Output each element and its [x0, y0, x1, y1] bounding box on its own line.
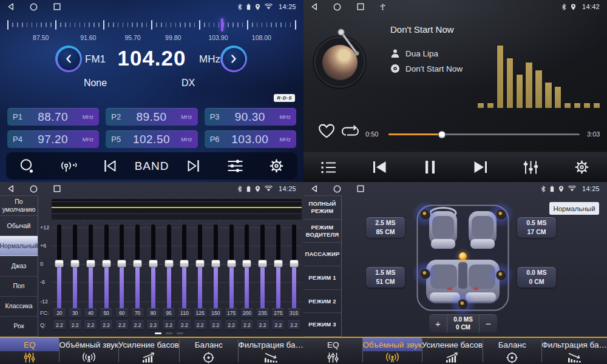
page-dash[interactable]	[177, 332, 183, 334]
slider-knob[interactable]	[290, 260, 299, 268]
page-dash[interactable]	[155, 332, 161, 334]
tab-bass-boost[interactable]: Усиление басов	[422, 338, 483, 364]
preset-button-p4[interactable]: P497.20MHz	[7, 130, 99, 148]
tab-bass-boost[interactable]: Усиление басов	[118, 338, 179, 364]
pause-button[interactable]	[405, 160, 455, 174]
home-button[interactable]	[333, 185, 341, 193]
eq-band-slider[interactable]	[286, 224, 302, 309]
back-button[interactable]	[311, 185, 317, 192]
preset-button-p1[interactable]: P188.70MHz	[7, 108, 99, 126]
slider-knob[interactable]	[211, 260, 220, 268]
eq-band-slider[interactable]	[239, 224, 255, 309]
eq-band-slider[interactable]	[130, 224, 146, 309]
back-button[interactable]	[7, 185, 14, 192]
tab-balance[interactable]: Баланс	[179, 338, 238, 364]
preset-button-p6[interactable]: P6103.00MHz	[205, 130, 296, 148]
home-button[interactable]	[30, 185, 38, 193]
tab-eq[interactable]: EQ	[0, 338, 59, 364]
eq-preset-item-7[interactable]: Рок	[0, 317, 38, 337]
eq-band-slider[interactable]	[83, 224, 99, 309]
recents-button[interactable]	[357, 185, 364, 192]
slider-knob[interactable]	[164, 260, 174, 268]
eq-band-slider[interactable]	[161, 224, 177, 309]
tab-balance[interactable]: Баланс	[483, 338, 541, 364]
mixer-button[interactable]	[506, 160, 556, 175]
profile-button[interactable]: Нормальный	[549, 202, 599, 215]
home-button[interactable]	[30, 3, 38, 11]
slider-knob[interactable]	[86, 260, 95, 268]
recents-button[interactable]	[53, 185, 61, 192]
delay-rear-left-button[interactable]: 1.5 MS 51 CM	[366, 267, 405, 288]
settings-button[interactable]	[256, 159, 297, 173]
tune-up-button[interactable]	[220, 46, 247, 72]
page-dash[interactable]	[166, 332, 172, 334]
band-button[interactable]: BAND	[131, 160, 173, 173]
eq-band-slider[interactable]	[114, 224, 130, 309]
tab-surround-sound[interactable]: Объёмный звук	[362, 338, 421, 364]
eq-band-slider[interactable]	[223, 224, 239, 309]
eq-band-slider[interactable]	[192, 224, 208, 309]
slider-knob[interactable]	[274, 260, 283, 268]
back-button[interactable]	[7, 3, 14, 10]
previous-station-button[interactable]	[89, 159, 131, 173]
recents-button[interactable]	[357, 3, 364, 10]
playlist-button[interactable]	[304, 161, 354, 174]
eq-preset-item-3[interactable]: Нормальный	[0, 236, 38, 256]
eq-band-slider[interactable]	[146, 224, 161, 309]
eq-preset-item-4[interactable]: Джаз	[0, 256, 38, 276]
eq-band-slider[interactable]	[177, 224, 192, 309]
surround-mode-item-2[interactable]: РЕЖИМ ВОДИТЕЛЯ	[304, 220, 341, 243]
surround-mode-item-6[interactable]: РЕЖИМ 3	[304, 313, 341, 337]
radio-dial[interactable]	[7, 18, 296, 32]
slider-knob[interactable]	[55, 260, 64, 268]
slider-knob[interactable]	[195, 260, 205, 268]
eq-band-slider[interactable]	[208, 224, 224, 309]
tune-settings-button[interactable]	[214, 158, 256, 174]
preset-button-p2[interactable]: P289.50MHz	[106, 108, 197, 126]
slider-knob[interactable]	[242, 260, 251, 268]
eq-preset-item-5[interactable]: Поп	[0, 277, 38, 297]
progress-knob[interactable]	[438, 130, 446, 138]
delay-front-left-button[interactable]: 2.5 MS 85 CM	[366, 217, 405, 238]
next-station-button[interactable]	[172, 159, 214, 173]
settings-button[interactable]	[557, 160, 607, 174]
surround-mode-item-1[interactable]: ПОЛНЫЙ РЕЖИМ	[304, 196, 341, 220]
tab-surround-sound[interactable]: Объёмный звук	[59, 338, 118, 364]
delay-plus-button[interactable]: +	[429, 314, 447, 332]
favorite-button[interactable]	[318, 123, 335, 138]
tab-filter[interactable]: Фильтрация ба…	[541, 338, 607, 364]
tab-filter[interactable]: Фильтрация ба…	[238, 338, 304, 364]
home-button[interactable]	[333, 3, 341, 11]
delay-minus-button[interactable]: −	[480, 314, 497, 332]
tune-down-button[interactable]	[55, 46, 82, 72]
slider-knob[interactable]	[102, 260, 111, 268]
slider-knob[interactable]	[258, 260, 267, 268]
eq-band-slider[interactable]	[255, 224, 271, 309]
surround-mode-item-5[interactable]: РЕЖИМ 2	[304, 290, 341, 314]
delay-front-right-button[interactable]: 0.5 MS 17 CM	[517, 217, 556, 238]
broadcast-button[interactable]	[48, 159, 90, 174]
slider-knob[interactable]	[149, 260, 158, 268]
eq-preset-item-2[interactable]: Обычай	[0, 216, 38, 236]
recents-button[interactable]	[53, 3, 61, 10]
tab-eq[interactable]: EQ	[304, 338, 362, 364]
slider-knob[interactable]	[133, 260, 142, 268]
slider-knob[interactable]	[70, 260, 80, 268]
eq-band-slider[interactable]	[271, 224, 287, 309]
progress-bar[interactable]	[388, 133, 580, 135]
delay-rear-right-button[interactable]: 0.0 MS 0 CM	[517, 267, 556, 288]
slider-knob[interactable]	[117, 260, 126, 268]
back-button[interactable]	[311, 3, 317, 10]
preset-button-p3[interactable]: P390.30MHz	[205, 108, 296, 126]
surround-mode-item-3[interactable]: ПАССАЖИР	[304, 243, 341, 266]
next-track-button[interactable]	[455, 160, 506, 174]
eq-preset-item-1[interactable]: По умолчанию	[0, 196, 38, 216]
eq-band-slider[interactable]	[98, 224, 114, 309]
slider-knob[interactable]	[180, 260, 189, 268]
scan-button[interactable]	[6, 158, 48, 174]
eq-preset-item-6[interactable]: Классика	[0, 297, 38, 317]
surround-mode-item-4[interactable]: РЕЖИМ 1	[304, 266, 341, 290]
eq-band-slider[interactable]	[52, 224, 67, 309]
repeat-button[interactable]	[341, 124, 359, 138]
preset-button-p5[interactable]: P5102.50MHz	[106, 130, 197, 148]
